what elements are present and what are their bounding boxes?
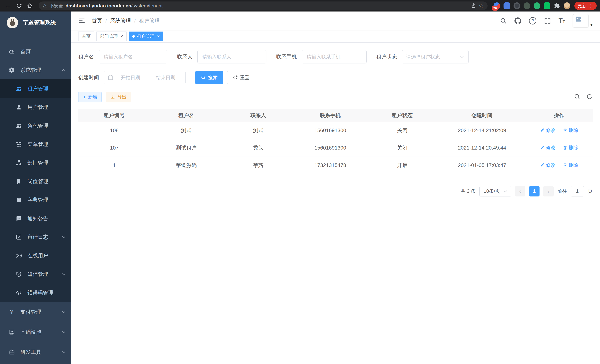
sidebar-item-errorcode[interactable]: 错误码管理 <box>0 283 71 302</box>
cell-name: 测试 <box>150 122 222 139</box>
code-icon <box>16 289 22 296</box>
extension-icon-3[interactable] <box>514 2 520 9</box>
message-icon <box>16 215 22 222</box>
start-date-placeholder: 开始日期 <box>114 75 147 81</box>
fullscreen-icon[interactable] <box>544 18 551 24</box>
calendar-icon <box>108 75 113 80</box>
share-icon[interactable] <box>471 3 476 8</box>
phone-input[interactable] <box>302 50 367 64</box>
sidebar-item-system[interactable]: 系统管理 <box>0 61 71 79</box>
sidebar-item-label: 错误码管理 <box>28 289 53 296</box>
home-button[interactable] <box>25 1 35 10</box>
edit-label: 修改 <box>546 145 555 151</box>
export-button[interactable]: 导出 <box>106 92 131 103</box>
sidebar-item-tenant[interactable]: 租户管理 <box>0 79 71 98</box>
sidebar-item-devtools[interactable]: 研发工具 <box>0 342 71 362</box>
address-bar[interactable]: ⚠ 不安全 dashboard.yudao.iocoder.cn/system/… <box>38 1 488 10</box>
sidebar-item-payment[interactable]: ¥ 支付管理 <box>0 302 71 322</box>
hamburger-icon[interactable] <box>78 17 86 25</box>
font-size-icon[interactable]: TT <box>559 17 565 25</box>
edit-button[interactable]: 修改 <box>540 162 555 168</box>
delete-button[interactable]: 删除 <box>563 145 579 151</box>
extension-icon-1[interactable]: 10 <box>494 2 500 9</box>
create-time-range-picker[interactable]: 开始日期 - 结束日期 <box>104 71 186 84</box>
tab-home[interactable]: 首页 <box>78 32 94 41</box>
sidebar-item-sms[interactable]: 短信管理 <box>0 265 71 283</box>
page-size-select[interactable]: 10条/页 <box>479 186 511 196</box>
sidebar-item-user[interactable]: 用户管理 <box>0 98 71 117</box>
prev-page-button[interactable]: ‹ <box>515 186 525 196</box>
create-time-label: 创建时间 <box>78 74 99 81</box>
sidebar-item-role[interactable]: 角色管理 <box>0 117 71 135</box>
cell-id: 107 <box>78 139 150 157</box>
breadcrumb-separator: / <box>105 18 107 24</box>
extension-icon-2[interactable] <box>504 2 510 9</box>
sidebar-item-online[interactable]: 在线用户 <box>0 246 71 265</box>
delete-button[interactable]: 删除 <box>563 162 579 168</box>
cell-name: 芋道源码 <box>150 157 222 174</box>
breadcrumb-home[interactable]: 首页 <box>92 17 102 24</box>
extension-icon-5[interactable] <box>534 2 540 9</box>
cell-ops: 修改 删除 <box>526 122 593 139</box>
delete-button[interactable]: 删除 <box>563 127 579 134</box>
chevron-down-icon <box>459 54 464 59</box>
chevron-down-icon <box>61 350 66 355</box>
sidebar-item-dept[interactable]: 部门管理 <box>0 154 71 172</box>
security-label[interactable]: 不安全 <box>49 3 63 9</box>
bookmark-star-icon[interactable]: ☆ <box>479 3 484 9</box>
breadcrumb-system[interactable]: 系统管理 <box>110 17 131 24</box>
extension-icon-6[interactable] <box>544 2 550 9</box>
add-button[interactable]: + 新增 <box>78 92 102 103</box>
app-logo[interactable]: 芋道管理系统 <box>0 11 71 34</box>
delete-label: 删除 <box>569 127 579 134</box>
cell-created: 2021-01-05 17:03:47 <box>438 157 525 174</box>
badge-icon <box>16 178 22 185</box>
tenant-table: 租户编号 租户名 联系人 联系手机 租户状态 创建时间 操作 108 测试 测试 <box>78 109 593 174</box>
sidebar-item-post[interactable]: 岗位管理 <box>0 172 71 191</box>
tenant-name-input[interactable] <box>99 50 167 64</box>
help-icon[interactable]: ? <box>529 17 536 25</box>
tab-tenant[interactable]: 租户管理 × <box>129 32 163 41</box>
github-icon[interactable] <box>515 18 521 24</box>
dashboard-icon <box>9 48 15 55</box>
sidebar-item-notice[interactable]: 通知公告 <box>0 209 71 228</box>
sidebar-menu: 首页 系统管理 租户管理 <box>0 34 71 362</box>
contact-input[interactable] <box>197 50 266 64</box>
sidebar-item-auditlog[interactable]: 审计日志 <box>0 228 71 246</box>
user-avatar[interactable]: ▾ <box>573 14 593 28</box>
close-icon[interactable]: × <box>157 34 160 39</box>
current-page-button[interactable]: 1 <box>529 186 540 196</box>
sidebar-item-label: 首页 <box>20 48 31 55</box>
column-header: 联系手机 <box>294 109 366 122</box>
extension-icon-4[interactable] <box>524 2 530 9</box>
sidebar-item-dict[interactable]: 字典管理 <box>0 191 71 209</box>
pagination: 共 3 条 10条/页 ‹ 1 › 前往 页 <box>78 186 593 196</box>
edit-button[interactable]: 修改 <box>540 145 555 151</box>
status-label: 租户状态 <box>376 53 397 60</box>
search-button[interactable]: 搜索 <box>195 71 223 84</box>
table-row: 1 芋道源码 芋艿 17321315478 开启 2021-01-05 17:0… <box>78 157 593 174</box>
browser-profile-avatar[interactable] <box>564 2 570 9</box>
edit-button[interactable]: 修改 <box>540 127 555 134</box>
next-page-button[interactable]: › <box>543 186 554 196</box>
toolbox-icon <box>9 349 15 355</box>
toggle-search-icon[interactable] <box>574 93 580 101</box>
phone-label: 联系手机 <box>276 53 297 60</box>
sidebar-item-home[interactable]: 首页 <box>0 42 71 61</box>
goto-page-input[interactable] <box>571 186 584 196</box>
edit-label: 修改 <box>546 162 555 168</box>
back-button[interactable]: ← <box>3 1 13 10</box>
cell-phone: 17321315478 <box>294 157 366 174</box>
extensions-puzzle-icon[interactable] <box>554 2 560 9</box>
tenant-status-select[interactable]: 请选择租户状态 <box>402 50 469 64</box>
header-search-icon[interactable] <box>500 18 507 24</box>
update-button[interactable]: 更新 ⋮ <box>574 2 597 10</box>
reset-button[interactable]: 重置 <box>227 71 255 84</box>
tab-dept[interactable]: 部门管理 × <box>96 32 127 41</box>
close-icon[interactable]: × <box>120 34 123 39</box>
gear-icon <box>9 67 15 73</box>
sidebar-item-menu[interactable]: 菜单管理 <box>0 135 71 154</box>
reload-button[interactable] <box>14 1 24 10</box>
refresh-icon[interactable] <box>586 93 593 101</box>
sidebar-item-infrastructure[interactable]: 基础设施 <box>0 322 71 342</box>
